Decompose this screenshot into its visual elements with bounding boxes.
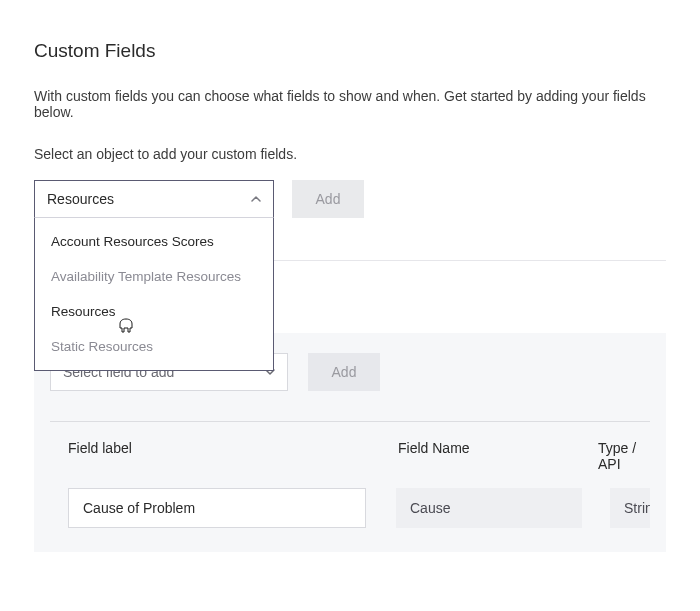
col-field-name: Field Name [398, 440, 598, 472]
panel-divider [50, 421, 650, 422]
page-description: With custom fields you can choose what f… [34, 88, 666, 120]
add-field-button[interactable]: Add [308, 353, 380, 391]
field-label-input[interactable]: Cause of Problem [68, 488, 366, 528]
object-option-availability-template-resources[interactable]: Availability Template Resources [35, 259, 273, 294]
add-object-button[interactable]: Add [292, 180, 364, 218]
page-subdescription: Select an object to add your custom fiel… [34, 146, 666, 162]
object-select[interactable]: Resources [34, 180, 274, 218]
fields-table: Field label Field Name Type / API Cause … [50, 440, 650, 528]
object-option-resources[interactable]: Resources [35, 294, 273, 329]
object-select-value: Resources [47, 191, 114, 207]
object-option-account-resources-scores[interactable]: Account Resources Scores [35, 224, 273, 259]
field-type-value: String / Cause__ [610, 488, 650, 528]
field-name-value: Cause [396, 488, 582, 528]
table-header: Field label Field Name Type / API [50, 440, 650, 472]
table-row: Cause of Problem Cause String / Cause__ [50, 488, 650, 528]
object-select-dropdown: Account Resources Scores Availability Te… [34, 217, 274, 371]
chevron-up-icon [251, 194, 261, 204]
col-field-label: Field label [68, 440, 398, 472]
object-option-static-resources[interactable]: Static Resources [35, 329, 273, 364]
page-title: Custom Fields [34, 40, 666, 62]
col-type-api: Type / API [598, 440, 650, 472]
